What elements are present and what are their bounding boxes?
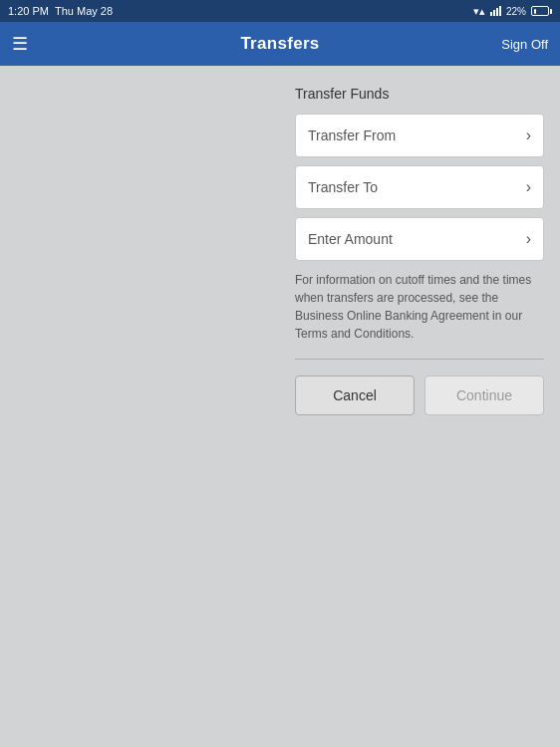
info-text: For information on cutoff times and the … [295,271,544,343]
right-panel: Transfer Funds Transfer From › Transfer … [279,66,560,747]
transfer-from-field[interactable]: Transfer From › [295,114,544,157]
main-layout: Transfer Funds Transfer From › Transfer … [0,66,560,747]
cancel-button[interactable]: Cancel [295,375,415,415]
status-bar-left: 1:20 PM Thu May 28 [8,5,113,17]
transfer-from-chevron-icon: › [526,126,531,144]
enter-amount-label: Enter Amount [308,231,393,247]
sign-off-button[interactable]: Sign Off [501,37,548,52]
menu-button[interactable]: ☰ [12,33,28,55]
status-bar: 1:20 PM Thu May 28 ▾▴ 22% [0,0,560,22]
transfer-to-label: Transfer To [308,179,378,195]
transfer-to-chevron-icon: › [526,178,531,196]
status-bar-right: ▾▴ 22% [473,5,552,18]
left-panel [0,66,279,747]
header: ☰ Transfers Sign Off [0,22,560,66]
page-title: Transfers [240,34,319,54]
wifi-icon: ▾▴ [473,5,485,18]
section-title: Transfer Funds [295,86,544,102]
enter-amount-chevron-icon: › [526,230,531,248]
battery-icon [531,6,552,16]
battery-percent: 22% [506,6,526,17]
status-date: Thu May 28 [55,5,113,17]
transfer-from-label: Transfer From [308,127,396,143]
buttons-row: Cancel Continue [295,375,544,415]
status-time: 1:20 PM [8,5,49,17]
signal-icon [490,6,501,16]
continue-button[interactable]: Continue [424,375,544,415]
enter-amount-field[interactable]: Enter Amount › [295,217,544,261]
transfer-to-field[interactable]: Transfer To › [295,165,544,209]
divider [295,359,544,360]
